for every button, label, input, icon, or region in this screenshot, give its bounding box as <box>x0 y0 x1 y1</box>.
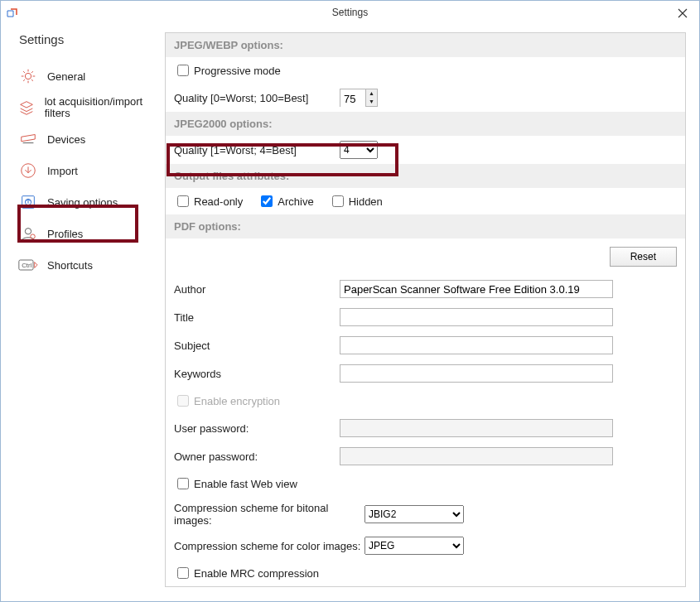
hidden-checkbox[interactable]: Hidden <box>329 193 383 209</box>
comp-color-select[interactable]: JPEG <box>364 537 464 555</box>
app-icon <box>6 6 19 19</box>
reset-button[interactable]: Reset <box>610 247 677 267</box>
label: Enable encryption <box>194 395 280 407</box>
owner-password-input[interactable] <box>340 447 613 465</box>
keywords-label: Keywords <box>174 368 340 380</box>
label: Archive <box>278 195 313 208</box>
sidebar-item-general[interactable]: General <box>12 61 160 91</box>
owner-password-label: Owner password: <box>174 450 340 463</box>
section-output-attrs: Output files attributes: <box>166 164 685 188</box>
sidebar-item-profiles[interactable]: Profiles <box>12 219 160 248</box>
settings-scroll[interactable]: JPEG/WEBP options: Progressive mode Qual… <box>165 32 686 587</box>
archive-checkbox[interactable]: Archive <box>258 193 313 209</box>
nav-label: Devices <box>47 133 85 146</box>
profile-icon <box>17 224 39 243</box>
jpeg-quality-spinner[interactable]: ▲ ▼ <box>340 89 378 107</box>
subject-input[interactable] <box>340 336 613 354</box>
progressive-mode-checkbox[interactable]: Progressive mode <box>174 62 281 79</box>
checkbox-input[interactable] <box>177 478 189 489</box>
nav-label: Shortcuts <box>47 259 93 272</box>
jpeg-quality-label: Quality [0=Worst; 100=Best] <box>174 92 340 104</box>
sidebar-item-lot-acquisition[interactable]: lot acquisition/import filters <box>12 93 160 123</box>
spinner-arrows: ▲ ▼ <box>365 89 377 106</box>
nav-label: Import <box>47 165 78 177</box>
checkbox-input[interactable] <box>177 195 189 207</box>
keyboard-icon: Ctrl <box>17 258 39 272</box>
sidebar-item-devices[interactable]: Devices <box>12 124 160 154</box>
jpeg2000-quality-select[interactable]: 4 <box>340 141 378 159</box>
titlebar: Settings <box>1 1 699 24</box>
title-label: Title <box>174 311 340 324</box>
content-area: JPEG/WEBP options: Progressive mode Qual… <box>165 24 699 602</box>
sidebar-title: Settings <box>12 32 165 46</box>
scanner-icon <box>17 130 39 148</box>
svg-text:Ctrl: Ctrl <box>22 262 31 269</box>
user-password-input[interactable] <box>340 419 613 437</box>
section-jpeg2000: JPEG2000 options: <box>166 112 685 136</box>
svg-point-0 <box>25 73 31 79</box>
comp-bitonal-select[interactable]: JBIG2 <box>364 505 464 523</box>
sidebar-item-import[interactable]: Import <box>12 156 160 185</box>
keywords-input[interactable] <box>340 364 613 383</box>
checkbox-input[interactable] <box>177 395 189 407</box>
subject-label: Subject <box>174 340 340 352</box>
readonly-checkbox[interactable]: Read-only <box>174 193 243 209</box>
comp-bitonal-label: Compression scheme for bitonal images: <box>174 502 364 527</box>
checkbox-input[interactable] <box>177 567 189 579</box>
author-input[interactable] <box>340 280 613 298</box>
label: Enable MRC compression <box>194 567 319 580</box>
gear-icon <box>17 67 39 85</box>
save-icon <box>17 193 39 211</box>
jpeg2000-quality-label: Quality [1=Worst; 4=Best] <box>174 144 340 157</box>
section-pdf: PDF options: <box>166 214 685 238</box>
import-icon <box>17 161 39 180</box>
sidebar-item-shortcuts[interactable]: Ctrl Shortcuts <box>12 250 160 280</box>
spinner-up[interactable]: ▲ <box>366 89 377 98</box>
enable-encryption-checkbox[interactable]: Enable encryption <box>174 393 280 409</box>
label: Enable fast Web view <box>194 478 297 490</box>
title-input[interactable] <box>340 308 613 326</box>
sidebar: Settings General lot acquisition/import … <box>1 24 165 602</box>
nav-label: Profiles <box>47 228 83 240</box>
layers-icon <box>17 99 36 117</box>
checkbox-input[interactable] <box>261 195 273 207</box>
nav-label: General <box>47 70 85 83</box>
fast-web-view-checkbox[interactable]: Enable fast Web view <box>174 475 297 492</box>
nav-label: lot acquisition/import filters <box>45 96 155 120</box>
comp-color-label: Compression scheme for color images: <box>174 540 364 552</box>
user-password-label: User password: <box>174 422 340 435</box>
svg-point-4 <box>25 229 31 234</box>
nav-label: Saving options <box>47 196 118 209</box>
enable-mrc-checkbox[interactable]: Enable MRC compression <box>174 565 319 581</box>
spinner-input[interactable] <box>340 89 365 108</box>
label: Read-only <box>194 195 243 208</box>
window-title: Settings <box>332 7 368 18</box>
author-label: Author <box>174 283 340 296</box>
checkbox-input[interactable] <box>332 195 344 207</box>
close-icon[interactable] <box>674 4 691 21</box>
section-jpeg-webp: JPEG/WEBP options: <box>166 33 685 57</box>
settings-window: Settings Settings General lot acquisitio… <box>0 0 700 602</box>
label: Hidden <box>349 195 383 208</box>
label: Progressive mode <box>194 65 281 77</box>
sidebar-item-saving-options[interactable]: Saving options <box>12 187 160 217</box>
body: Settings General lot acquisition/import … <box>1 24 699 602</box>
spinner-down[interactable]: ▼ <box>366 98 377 106</box>
checkbox-input[interactable] <box>177 65 189 76</box>
